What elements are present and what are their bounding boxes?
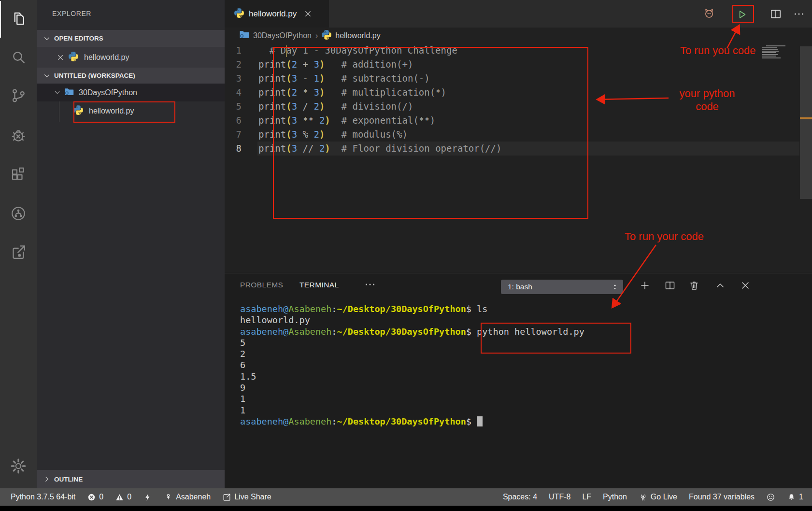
status-item-left-3[interactable] [143,493,152,502]
tree-folder-30daysofpython[interactable]: 30DaysOfPython [37,84,225,101]
minimap-line [762,52,776,53]
folder-icon [239,29,249,42]
extensions-activity-button[interactable] [0,157,37,194]
debug-icon [10,127,27,146]
status-item-left-1[interactable]: 0 [87,493,103,502]
terminal-selector[interactable]: 1: bash [501,280,623,294]
terminal-line-3: asabeneh@Asabeneh:~/Desktop/30DaysOfPyth… [240,326,584,337]
status-item-left-4[interactable]: Asabeneh [164,493,211,502]
chevron-right-icon [43,475,51,483]
new-terminal-icon[interactable] [639,280,653,293]
line-number: 4 [225,85,258,99]
status-bar: Python 3.7.5 64-bit00AsabenehLive Share … [0,488,812,506]
folder-icon [64,87,74,99]
code-line-5[interactable]: 5print(3 / 2) # division(/) [225,99,812,114]
open-editors-header[interactable]: OPEN EDITORS [37,30,225,47]
close-panel-icon[interactable] [740,280,753,293]
minimap[interactable] [762,45,787,59]
breadcrumb-folder[interactable]: 30DaysOfPython [253,31,312,40]
status-item-right-1[interactable]: UTF-8 [549,493,570,501]
terminal-line-6: 6 [240,359,584,370]
workspace-header[interactable]: UNTITLED (WORKSPACE) [37,68,225,84]
code-line-3[interactable]: 3print(3 - 1) # subtraction(-) [225,71,812,85]
status-item-left-5[interactable]: Live Share [222,493,271,502]
panel-more-icon[interactable] [364,278,376,293]
terminal-line-11: asabeneh@Asabeneh:~/Desktop/30DaysOfPyth… [240,416,584,427]
breadcrumb: 30DaysOfPython › helloworld.py [225,28,812,43]
line-number: 3 [225,71,258,85]
activity-bar [0,0,37,488]
sidebar-title: EXPLORER [52,10,91,17]
chevron-down-icon [43,71,51,80]
cat-icon[interactable] [703,7,715,20]
files-icon [10,10,28,29]
terminal-cursor [477,416,483,426]
code-line-8[interactable]: 8print(3 // 2) # Floor division operator… [225,142,812,156]
status-item-right-7[interactable]: 1 [787,493,803,502]
source-control-icon [10,87,27,106]
minimap-line [762,57,781,58]
split-editor-icon[interactable] [769,8,782,20]
more-actions-icon[interactable] [793,8,805,20]
status-item-right-6[interactable] [766,493,775,502]
status-item-left-2[interactable]: 0 [115,493,131,502]
terminal-line-5: 2 [240,348,584,359]
line-number: 6 [225,114,258,128]
minimap-line [762,47,777,48]
debug-activity-button[interactable] [0,118,37,155]
person-icon [164,493,173,502]
editor-scrollbar[interactable] [800,46,812,199]
chevron-down-icon [43,34,51,43]
status-item-right-2[interactable]: LF [582,493,591,501]
status-item-left-0[interactable]: Python 3.7.5 64-bit [11,493,75,501]
status-item-label: 0 [99,493,103,501]
settings-gear-icon [10,457,27,477]
breadcrumb-file[interactable]: helloworld.py [335,31,380,40]
status-item-label: Python [603,493,627,501]
tab-helloworld[interactable]: helloworld.py [225,0,329,28]
status-item-label: Asabeneh [176,493,211,501]
close-icon[interactable] [56,53,65,62]
python-file-icon [73,105,83,117]
open-editors-label: OPEN EDITORS [54,35,103,42]
terminal-line-10: 1 [240,405,584,416]
tree-file-helloworld[interactable]: helloworld.py [37,101,225,121]
status-item-right-4[interactable]: Go Live [639,493,677,502]
status-item-label: 1 [799,493,803,501]
code-line-2[interactable]: 2print(2 + 3) # addition(+) [225,57,812,71]
status-item-label: Spaces: 4 [503,493,537,501]
status-item-right-5[interactable]: Found 37 variables [689,493,755,501]
tab-problems[interactable]: PROBLEMS [240,281,283,289]
tab-terminal[interactable]: TERMINAL [299,281,339,289]
test-explorer-activity-button[interactable] [0,196,37,233]
kill-terminal-icon[interactable] [688,280,702,293]
line-number: 7 [225,128,258,142]
python-file-icon [234,8,244,20]
open-editor-item[interactable]: helloworld.py [37,47,225,68]
code-line-7[interactable]: 7print(3 % 2) # modulus(%) [225,128,812,142]
share-activity-button[interactable] [0,235,37,271]
files-activity-button[interactable] [0,1,37,38]
outline-header[interactable]: OUTLINE [37,470,225,488]
line-number: 5 [225,99,258,114]
close-tab-icon[interactable] [303,9,313,18]
breadcrumb-separator: › [315,31,318,40]
terminal-selector-value: 1: bash [508,283,611,291]
liveshare-icon [222,493,231,502]
warning-icon [115,493,124,502]
code-editor[interactable]: 1 # Day 1 - 30DaysOfPython Challenge2pri… [225,43,812,156]
broadcast-icon [639,493,648,502]
run-code-button[interactable] [732,6,752,22]
split-terminal-icon[interactable] [664,280,678,293]
status-item-right-3[interactable]: Python [603,493,627,501]
source-control-activity-button[interactable] [0,78,37,115]
code-line-1[interactable]: 1 # Day 1 - 30DaysOfPython Challenge [225,43,812,57]
code-line-6[interactable]: 6print(3 ** 2) # exponential(**) [225,114,812,128]
code-line-4[interactable]: 4print(2 * 3) # multiplication(*) [225,85,812,99]
search-activity-button[interactable] [0,40,37,76]
settings-activity-button[interactable] [0,449,37,485]
minimap-line [762,54,778,55]
terminal-output[interactable]: asabeneh@Asabeneh:~/Desktop/30DaysOfPyth… [240,303,584,427]
status-item-right-0[interactable]: Spaces: 4 [503,493,537,501]
maximize-panel-icon[interactable] [714,280,728,293]
